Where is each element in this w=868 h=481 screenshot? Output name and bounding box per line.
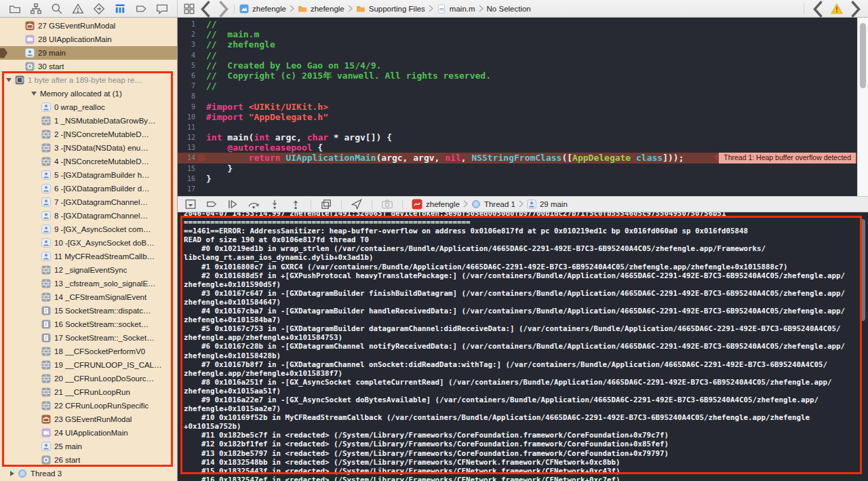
step-over-button[interactable] — [248, 198, 260, 210]
debug-navigator-icon[interactable] — [114, 3, 126, 15]
line-number[interactable]: 7 — [178, 81, 200, 91]
line-number[interactable]: 2 — [178, 29, 200, 39]
code-line[interactable]: 7// — [178, 81, 868, 91]
related-items-icon[interactable] — [183, 3, 195, 15]
line-number[interactable]: 16 — [178, 174, 200, 184]
stack-frame-row[interactable]: 28 UIApplicationMain — [0, 33, 177, 46]
issue-navigator-icon[interactable] — [72, 3, 84, 15]
breakpoints-toggle-button[interactable] — [205, 198, 218, 210]
stack-frame-row[interactable]: 4 -[NSConcreteMutableD… — [0, 155, 177, 168]
breadcrumb-item[interactable]: main.m — [450, 5, 475, 13]
step-into-button[interactable] — [269, 198, 281, 210]
stack-frame-row[interactable]: 25 main — [0, 440, 177, 453]
code-line[interactable]: 2// main.m — [178, 29, 868, 39]
stack-frame-row[interactable]: 8 -[GXDatagramChannel… — [0, 209, 177, 223]
stack-frame-row[interactable]: 29 main — [0, 46, 177, 60]
stack-frame-row[interactable]: 16 SocketStream::socket… — [0, 318, 177, 331]
runtime-issue-annotation[interactable]: Thread 1: Heap buffer overflow detected — [713, 153, 856, 163]
editor-scrollbar-thumb[interactable] — [860, 23, 866, 88]
breadcrumb-item[interactable]: 29 main — [540, 200, 568, 208]
code-line[interactable]: 16} — [178, 174, 868, 184]
stack-frame-row[interactable]: 18 __CFSocketPerformV0 — [0, 345, 177, 358]
code-line[interactable]: 6// Copyright (c) 2015年 vanwell. All rig… — [178, 71, 868, 81]
back-button[interactable] — [200, 3, 212, 15]
stack-frame-row[interactable]: 13 _cfstream_solo_signalE… — [0, 277, 177, 290]
project-navigator-icon[interactable] — [9, 3, 21, 15]
hide-debug-area-button[interactable] — [184, 198, 197, 210]
simulate-location-button[interactable] — [351, 198, 363, 210]
code-line[interactable]: 1// — [178, 19, 868, 29]
screenshot-button[interactable] — [381, 198, 393, 210]
symbol-navigator-icon[interactable] — [30, 3, 42, 15]
code-line[interactable]: 8 — [178, 91, 868, 101]
test-navigator-icon[interactable] — [93, 3, 105, 15]
line-number[interactable]: 6 — [178, 71, 200, 81]
breakpoint-navigator-icon[interactable] — [135, 3, 147, 15]
source-editor[interactable]: 1//2// main.m3// zhefengle4//5// Created… — [178, 18, 868, 196]
line-number[interactable]: 1 — [178, 19, 200, 29]
line-number[interactable]: 8 — [178, 91, 200, 101]
breadcrumb-item[interactable]: Supporting Files — [369, 5, 425, 13]
stack-frame-row[interactable]: 20 __CFRunLoopDoSourc… — [0, 372, 177, 385]
breadcrumb-item[interactable]: zhefengle — [311, 5, 344, 13]
line-number[interactable]: 11 — [178, 122, 200, 132]
code-line[interactable]: 10#import "AppDelegate.h" — [178, 112, 868, 122]
stack-frame-row[interactable]: 3 -[NSData(NSData) enu… — [0, 141, 177, 155]
code-line[interactable]: 12int main(int argc, char * argv[]) { — [178, 132, 868, 142]
thread-row[interactable]: Thread 3 — [0, 467, 177, 480]
next-issue-button[interactable] — [849, 3, 861, 15]
continue-button[interactable] — [226, 198, 239, 210]
debug-console[interactable]: 2046-04-07 14:53:14.997 zhefengle[1491:3… — [178, 212, 868, 481]
stack-frame-row[interactable]: 5 -[GXDatagramBuilder h… — [0, 168, 177, 182]
stack-frame-row[interactable]: 21 __CFRunLoopRun — [0, 385, 177, 399]
code-line[interactable]: 11 — [178, 122, 868, 132]
stack-frame-row[interactable]: 9 -[GX_AsyncSocket com… — [0, 223, 177, 236]
line-number[interactable]: 9 — [178, 102, 200, 112]
find-navigator-icon[interactable] — [51, 3, 63, 15]
stack-frame-row[interactable]: 0 wrap_realloc — [0, 100, 177, 114]
code-line[interactable]: 4// — [178, 50, 868, 60]
line-number[interactable]: 15 — [178, 163, 200, 174]
stack-frame-row[interactable]: 6 -[GXDatagramBuilder d… — [0, 182, 177, 195]
stack-frame-row[interactable]: 14 _CFStreamSignalEvent — [0, 290, 177, 304]
line-number[interactable]: 13 — [178, 142, 200, 153]
disclosure-triangle-icon[interactable] — [10, 471, 14, 476]
code-line[interactable]: 15 } — [178, 163, 868, 174]
memory-allocated-group-row[interactable]: Memory allocated at (1) — [0, 87, 177, 100]
step-out-button[interactable] — [290, 198, 302, 210]
forward-button[interactable] — [217, 3, 229, 15]
code-line[interactable]: 13 @autoreleasepool { — [178, 142, 868, 153]
line-number[interactable]: 10 — [178, 112, 200, 122]
code-line[interactable]: 17 — [178, 184, 868, 194]
line-number[interactable]: 4 — [178, 50, 200, 60]
stack-frame-row[interactable]: 27 GSEventRunModal — [0, 19, 177, 33]
stack-frame-row[interactable]: 24 UIApplicationMain — [0, 426, 177, 440]
line-number[interactable]: 12 — [178, 132, 200, 142]
disclosure-triangle-icon[interactable] — [6, 78, 12, 82]
line-number[interactable]: 5 — [178, 60, 200, 71]
disclosure-triangle-icon[interactable] — [31, 92, 37, 96]
code-line[interactable]: 3// zhefengle — [178, 39, 868, 50]
stack-frame-row[interactable]: 2 -[NSConcreteMutableD… — [0, 128, 177, 141]
console-scrollbar-thumb[interactable] — [860, 219, 865, 321]
line-number[interactable]: 14 — [178, 153, 200, 163]
breadcrumb-item[interactable]: Thread 1 — [484, 200, 515, 208]
breadcrumb-item[interactable]: zhefengle — [426, 200, 460, 208]
previous-issue-button[interactable] — [812, 3, 825, 15]
breadcrumb-item[interactable]: zhefengle — [252, 5, 286, 13]
debug-view-hierarchy-button[interactable] — [320, 198, 332, 210]
report-navigator-icon[interactable] — [156, 3, 168, 15]
code-line[interactable]: 14 return UIApplicationMain(argc, argv, … — [178, 153, 868, 163]
stack-frame-row[interactable]: 1 _NSMutableDataGrowBy… — [0, 114, 177, 128]
stack-frame-row[interactable]: 11 MyCFReadStreamCallb… — [0, 250, 177, 263]
code-line[interactable]: 9#import <UIKit/UIKit.h> — [178, 102, 868, 112]
editor-scrollbar[interactable] — [857, 18, 868, 196]
breadcrumb-item[interactable]: No Selection — [487, 5, 531, 13]
heap-issue-group-row[interactable]: 1 byte after a 189-byte heap re… — [0, 73, 177, 87]
stack-frame-row[interactable]: 30 start — [0, 60, 177, 73]
line-number[interactable]: 3 — [178, 39, 200, 50]
warning-icon[interactable] — [831, 3, 843, 15]
stack-frame-row[interactable]: 10 -[GX_AsyncSocket doB… — [0, 236, 177, 250]
stack-frame-row[interactable]: 15 SocketStream::dispatc… — [0, 304, 177, 318]
stack-frame-row[interactable]: 23 GSEventRunModal — [0, 412, 177, 426]
